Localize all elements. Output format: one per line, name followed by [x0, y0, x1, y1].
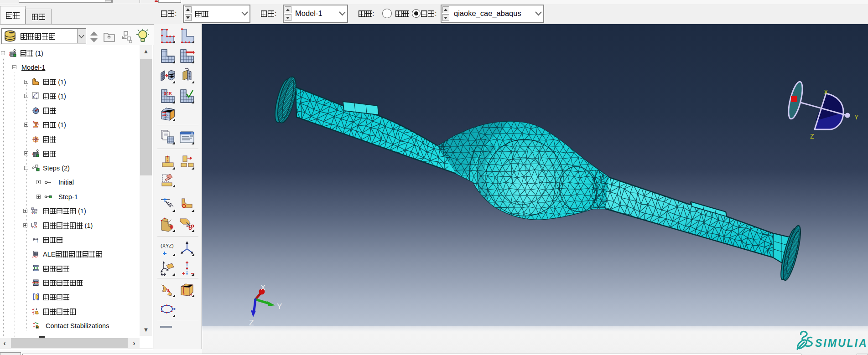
svg-text:Y: Y: [277, 302, 282, 311]
svg-text:X: X: [824, 88, 828, 96]
svg-text:(XYZ): (XYZ): [161, 243, 174, 248]
svg-text:SIMULIA: SIMULIA: [815, 337, 868, 349]
svg-text:X: X: [260, 283, 265, 292]
svg-text:Z: Z: [810, 133, 814, 140]
svg-text:S4R: S4R: [164, 91, 172, 96]
svg-text:t: t: [37, 240, 38, 243]
svg-text:Z: Z: [249, 319, 254, 326]
svg-text:Y: Y: [854, 113, 859, 121]
svg-text:ε: ε: [36, 96, 38, 100]
